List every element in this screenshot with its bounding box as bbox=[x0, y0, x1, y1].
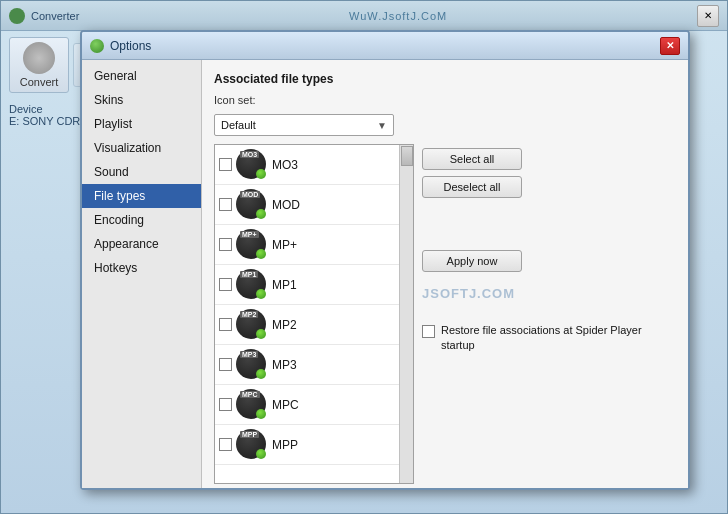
icon-set-dropdown[interactable]: Default ▼ bbox=[214, 114, 394, 136]
file-icon-mpc: MPC bbox=[236, 389, 268, 421]
app-title: WuW.JsoftJ.CoM bbox=[99, 10, 697, 22]
list-item: MP3 MP3 bbox=[215, 345, 413, 385]
file-name-mp1: MP1 bbox=[272, 278, 297, 292]
file-checkbox-mp2[interactable] bbox=[219, 318, 232, 331]
file-checkbox-mod[interactable] bbox=[219, 198, 232, 211]
nav-item-sound[interactable]: Sound bbox=[82, 160, 201, 184]
file-name-mpc: MPC bbox=[272, 398, 299, 412]
buttons-panel: Select all Deselect all Apply now JSOFTJ… bbox=[422, 144, 676, 484]
nav-item-encoding[interactable]: Encoding bbox=[82, 208, 201, 232]
scrollbar-thumb[interactable] bbox=[401, 146, 413, 166]
nav-panel: General Skins Playlist Visualization Sou… bbox=[82, 60, 202, 488]
dialog-title: Options bbox=[110, 39, 660, 53]
restore-checkbox[interactable] bbox=[422, 325, 435, 338]
icon-set-label: Icon set: bbox=[214, 94, 256, 106]
list-item: MO3 MO3 bbox=[215, 145, 413, 185]
file-icon-mp+: MP+ bbox=[236, 229, 268, 261]
list-item: MP2 MP2 bbox=[215, 305, 413, 345]
file-checkbox-mp3[interactable] bbox=[219, 358, 232, 371]
app-name: Converter bbox=[31, 10, 79, 22]
dialog-close-button[interactable]: ✕ bbox=[660, 37, 680, 55]
file-icon-mpp: MPP bbox=[236, 429, 268, 461]
content-panel: Associated file types Icon set: Default … bbox=[202, 60, 688, 488]
watermark: JSOFTJ.COM bbox=[422, 286, 676, 301]
list-item: MPC MPC bbox=[215, 385, 413, 425]
icon-set-dropdown-row: Default ▼ bbox=[214, 114, 676, 136]
file-name-mp+: MP+ bbox=[272, 238, 297, 252]
file-checkbox-mpp2[interactable] bbox=[219, 438, 232, 451]
deselect-all-button[interactable]: Deselect all bbox=[422, 176, 522, 198]
convert-label: Convert bbox=[20, 76, 59, 88]
app-titlebar: Converter WuW.JsoftJ.CoM ✕ bbox=[1, 1, 727, 31]
file-checkbox-mo3[interactable] bbox=[219, 158, 232, 171]
file-list[interactable]: MO3 MO3 MOD bbox=[214, 144, 414, 484]
app-icon bbox=[9, 8, 25, 24]
dialog-body: General Skins Playlist Visualization Sou… bbox=[82, 60, 688, 488]
file-checkbox-mpp[interactable] bbox=[219, 238, 232, 251]
nav-item-appearance[interactable]: Appearance bbox=[82, 232, 201, 256]
file-icon-mp1: MP1 bbox=[236, 269, 268, 301]
file-name-mp2: MP2 bbox=[272, 318, 297, 332]
nav-item-general[interactable]: General bbox=[82, 64, 201, 88]
nav-item-visualization[interactable]: Visualization bbox=[82, 136, 201, 160]
file-checkbox-mpc[interactable] bbox=[219, 398, 232, 411]
list-item: MPP MPP bbox=[215, 425, 413, 465]
list-item: MP1 MP1 bbox=[215, 265, 413, 305]
nav-item-skins[interactable]: Skins bbox=[82, 88, 201, 112]
restore-section: Restore file associations at Spider Play… bbox=[422, 323, 676, 354]
app-close-button[interactable]: ✕ bbox=[697, 5, 719, 27]
dropdown-value: Default bbox=[221, 119, 256, 131]
file-name-mo3: MO3 bbox=[272, 158, 298, 172]
nav-item-playlist[interactable]: Playlist bbox=[82, 112, 201, 136]
file-icon-mod: MOD bbox=[236, 189, 268, 221]
nav-item-hotkeys[interactable]: Hotkeys bbox=[82, 256, 201, 280]
nav-item-file-types[interactable]: File types bbox=[82, 184, 201, 208]
section-title: Associated file types bbox=[214, 72, 676, 86]
dropdown-arrow-icon: ▼ bbox=[377, 120, 387, 131]
list-item: MOD MOD bbox=[215, 185, 413, 225]
file-icon-mp2: MP2 bbox=[236, 309, 268, 341]
restore-label: Restore file associations at Spider Play… bbox=[441, 323, 676, 354]
device-label: Device bbox=[9, 103, 43, 115]
icon-set-row: Icon set: bbox=[214, 94, 676, 106]
select-all-button[interactable]: Select all bbox=[422, 148, 522, 170]
convert-icon bbox=[23, 42, 55, 74]
file-name-mp3: MP3 bbox=[272, 358, 297, 372]
list-scrollbar[interactable] bbox=[399, 145, 413, 483]
dialog-titlebar: Options ✕ bbox=[82, 32, 688, 60]
file-icon-mo3: MO3 bbox=[236, 149, 268, 181]
file-name-mod: MOD bbox=[272, 198, 300, 212]
file-icon-mp3: MP3 bbox=[236, 349, 268, 381]
device-value: E: SONY CDRW bbox=[9, 115, 91, 127]
options-dialog: Options ✕ General Skins Playlist Visuali… bbox=[80, 30, 690, 490]
dialog-icon bbox=[90, 39, 104, 53]
file-checkbox-mp1[interactable] bbox=[219, 278, 232, 291]
list-item: MP+ MP+ bbox=[215, 225, 413, 265]
file-types-area: MO3 MO3 MOD bbox=[214, 144, 676, 484]
convert-button[interactable]: Convert bbox=[9, 37, 69, 93]
file-name-mpp: MPP bbox=[272, 438, 298, 452]
apply-now-button[interactable]: Apply now bbox=[422, 250, 522, 272]
